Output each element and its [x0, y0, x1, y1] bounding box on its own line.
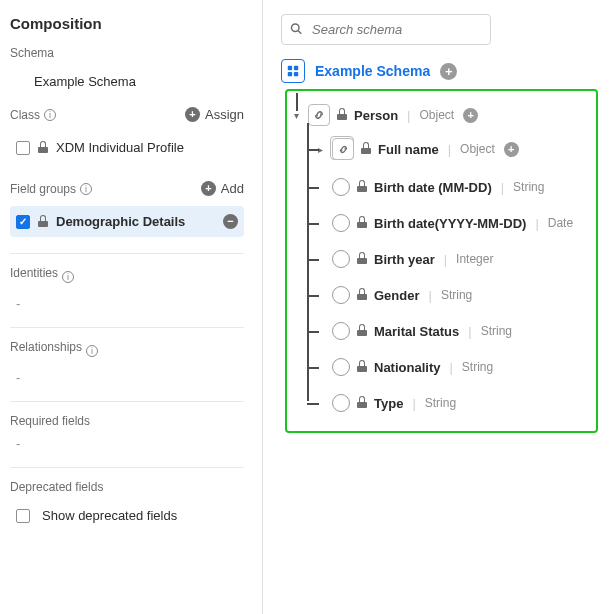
- schema-root-icon[interactable]: [281, 59, 305, 83]
- show-deprecated-label: Show deprecated fields: [42, 508, 177, 523]
- node-type: String: [441, 288, 472, 302]
- sidebar-heading: Composition: [10, 15, 244, 32]
- tree-node-field[interactable]: Type | String: [315, 385, 588, 421]
- lock-icon: [357, 362, 367, 372]
- lock-icon: [357, 254, 367, 264]
- node-type: String: [481, 324, 512, 338]
- svg-rect-4: [288, 72, 292, 76]
- add-fieldgroup-button[interactable]: + Add: [201, 181, 244, 196]
- field-node-icon: [332, 178, 350, 196]
- relationships-value: -: [10, 370, 244, 385]
- info-icon[interactable]: i: [86, 345, 98, 357]
- lock-icon: [337, 110, 347, 120]
- info-icon[interactable]: i: [44, 109, 56, 121]
- node-label: Birth date (MM-DD): [374, 180, 492, 195]
- node-type: String: [425, 396, 456, 410]
- node-type: String: [462, 360, 493, 374]
- tree-node-field[interactable]: Birth date(YYYY-MM-DD) | Date: [315, 205, 588, 241]
- fieldgroups-section-label: Field groups: [10, 182, 76, 196]
- info-icon[interactable]: i: [80, 183, 92, 195]
- plus-icon: +: [185, 107, 200, 122]
- node-type: Object: [419, 108, 454, 122]
- add-child-button[interactable]: +: [504, 142, 519, 157]
- info-icon[interactable]: i: [62, 271, 74, 283]
- highlighted-tree-region: ▾ Person | Object + ▸ Full name: [285, 89, 598, 433]
- tree-node-field[interactable]: Birth year | Integer: [315, 241, 588, 277]
- field-node-icon: [332, 322, 350, 340]
- lock-icon: [38, 217, 48, 227]
- fieldgroup-item-demographic[interactable]: ✓ Demographic Details −: [10, 206, 244, 237]
- schema-name[interactable]: Example Schema: [10, 68, 244, 107]
- node-type: Integer: [456, 252, 493, 266]
- link-icon: [308, 104, 330, 126]
- schema-canvas: Example Schema + ▾ Person | Object + ▸: [263, 0, 610, 614]
- class-item-label: XDM Individual Profile: [56, 140, 184, 155]
- lock-icon: [357, 290, 367, 300]
- node-label: Nationality: [374, 360, 440, 375]
- svg-rect-3: [294, 66, 298, 70]
- composition-sidebar: Composition Schema Example Schema Class …: [0, 0, 263, 614]
- tree-node-field[interactable]: Birth date (MM-DD) | String: [315, 169, 588, 205]
- lock-icon: [357, 326, 367, 336]
- node-type: Object: [460, 142, 495, 156]
- lock-icon: [357, 398, 367, 408]
- required-fields-label: Required fields: [10, 414, 244, 428]
- tree-node-person[interactable]: ▾ Person | Object +: [287, 101, 588, 129]
- search-input[interactable]: [281, 14, 491, 45]
- field-node-icon: [332, 214, 350, 232]
- lock-icon: [357, 218, 367, 228]
- object-stack-icon: [332, 138, 354, 160]
- node-label: Full name: [378, 142, 439, 157]
- lock-icon: [361, 144, 371, 154]
- search-icon: [290, 22, 302, 37]
- identities-section-label: Identities: [10, 266, 58, 280]
- schema-section-label: Schema: [10, 46, 244, 60]
- show-deprecated-row[interactable]: Show deprecated fields: [10, 502, 244, 529]
- node-label: Marital Status: [374, 324, 459, 339]
- remove-fieldgroup-button[interactable]: −: [223, 214, 238, 229]
- svg-rect-2: [288, 66, 292, 70]
- plus-icon: +: [201, 181, 216, 196]
- add-root-field-button[interactable]: +: [440, 63, 457, 80]
- tree-node-field[interactable]: Gender | String: [315, 277, 588, 313]
- class-item-xdm-profile[interactable]: XDM Individual Profile: [10, 132, 244, 163]
- lock-icon: [357, 182, 367, 192]
- tree-node-field[interactable]: Nationality | String: [315, 349, 588, 385]
- svg-point-0: [292, 24, 300, 32]
- field-node-icon: [332, 394, 350, 412]
- node-label: Gender: [374, 288, 420, 303]
- schema-title[interactable]: Example Schema: [315, 63, 430, 79]
- add-child-button[interactable]: +: [463, 108, 478, 123]
- checkbox-icon[interactable]: [16, 141, 30, 155]
- svg-line-1: [298, 30, 301, 33]
- field-node-icon: [332, 286, 350, 304]
- node-type: String: [513, 180, 544, 194]
- class-section-label: Class: [10, 108, 40, 122]
- fieldgroup-item-label: Demographic Details: [56, 214, 185, 229]
- field-node-icon: [332, 358, 350, 376]
- checkbox-checked-icon[interactable]: ✓: [16, 215, 30, 229]
- deprecated-fields-label: Deprecated fields: [10, 480, 244, 494]
- identities-value: -: [10, 296, 244, 311]
- node-type: Date: [548, 216, 573, 230]
- lock-icon: [38, 143, 48, 153]
- chevron-down-icon[interactable]: ▾: [291, 110, 301, 121]
- svg-rect-5: [294, 72, 298, 76]
- checkbox-icon[interactable]: [16, 509, 30, 523]
- field-node-icon: [332, 250, 350, 268]
- tree-node-fullname[interactable]: ▸ Full name | Object +: [315, 129, 588, 169]
- assign-class-button[interactable]: + Assign: [185, 107, 244, 122]
- relationships-section-label: Relationships: [10, 340, 82, 354]
- node-label: Person: [354, 108, 398, 123]
- node-label: Birth year: [374, 252, 435, 267]
- chevron-right-icon[interactable]: ▸: [315, 144, 325, 155]
- tree-node-field[interactable]: Marital Status | String: [315, 313, 588, 349]
- node-label: Birth date(YYYY-MM-DD): [374, 216, 526, 231]
- required-fields-value: -: [10, 436, 244, 451]
- node-label: Type: [374, 396, 403, 411]
